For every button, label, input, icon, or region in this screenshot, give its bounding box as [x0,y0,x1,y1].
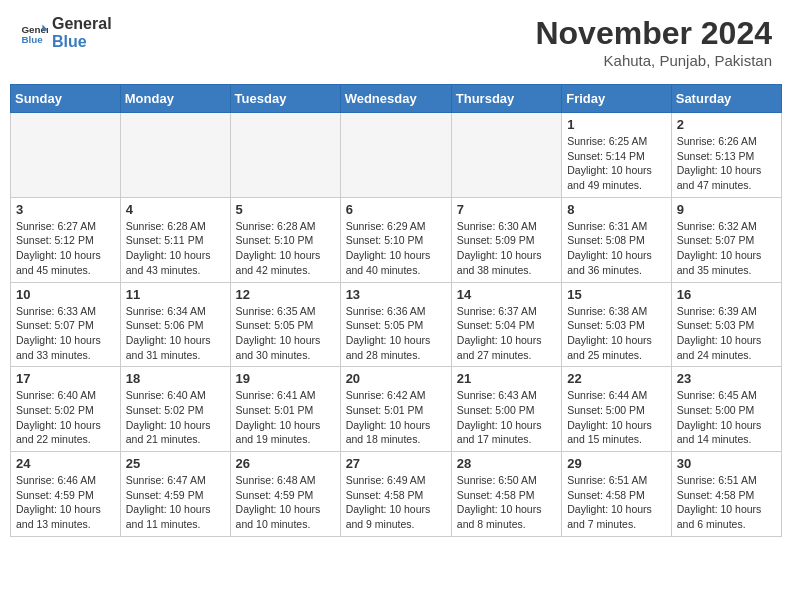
day-number: 12 [236,287,335,302]
calendar-header-monday: Monday [120,85,230,113]
day-info: Sunrise: 6:26 AM Sunset: 5:13 PM Dayligh… [677,134,776,193]
calendar-header-tuesday: Tuesday [230,85,340,113]
calendar-cell: 2Sunrise: 6:26 AM Sunset: 5:13 PM Daylig… [671,113,781,198]
day-number: 22 [567,371,666,386]
day-number: 1 [567,117,666,132]
day-number: 9 [677,202,776,217]
calendar-cell: 6Sunrise: 6:29 AM Sunset: 5:10 PM Daylig… [340,197,451,282]
day-info: Sunrise: 6:44 AM Sunset: 5:00 PM Dayligh… [567,388,666,447]
day-number: 17 [16,371,115,386]
calendar-cell: 22Sunrise: 6:44 AM Sunset: 5:00 PM Dayli… [562,367,672,452]
page-header: General Blue General Blue November 2024 … [10,10,782,74]
calendar-cell: 17Sunrise: 6:40 AM Sunset: 5:02 PM Dayli… [11,367,121,452]
day-number: 29 [567,456,666,471]
day-info: Sunrise: 6:36 AM Sunset: 5:05 PM Dayligh… [346,304,446,363]
day-info: Sunrise: 6:41 AM Sunset: 5:01 PM Dayligh… [236,388,335,447]
day-number: 23 [677,371,776,386]
calendar-cell: 16Sunrise: 6:39 AM Sunset: 5:03 PM Dayli… [671,282,781,367]
calendar-cell: 30Sunrise: 6:51 AM Sunset: 4:58 PM Dayli… [671,452,781,537]
day-info: Sunrise: 6:31 AM Sunset: 5:08 PM Dayligh… [567,219,666,278]
day-info: Sunrise: 6:35 AM Sunset: 5:05 PM Dayligh… [236,304,335,363]
day-info: Sunrise: 6:37 AM Sunset: 5:04 PM Dayligh… [457,304,556,363]
calendar-cell: 1Sunrise: 6:25 AM Sunset: 5:14 PM Daylig… [562,113,672,198]
day-info: Sunrise: 6:39 AM Sunset: 5:03 PM Dayligh… [677,304,776,363]
day-info: Sunrise: 6:33 AM Sunset: 5:07 PM Dayligh… [16,304,115,363]
day-info: Sunrise: 6:51 AM Sunset: 4:58 PM Dayligh… [567,473,666,532]
logo: General Blue General Blue [20,15,112,50]
day-info: Sunrise: 6:46 AM Sunset: 4:59 PM Dayligh… [16,473,115,532]
calendar-cell: 28Sunrise: 6:50 AM Sunset: 4:58 PM Dayli… [451,452,561,537]
calendar-cell: 14Sunrise: 6:37 AM Sunset: 5:04 PM Dayli… [451,282,561,367]
day-number: 5 [236,202,335,217]
calendar-cell: 15Sunrise: 6:38 AM Sunset: 5:03 PM Dayli… [562,282,672,367]
calendar-cell: 12Sunrise: 6:35 AM Sunset: 5:05 PM Dayli… [230,282,340,367]
day-info: Sunrise: 6:45 AM Sunset: 5:00 PM Dayligh… [677,388,776,447]
calendar-week-5: 24Sunrise: 6:46 AM Sunset: 4:59 PM Dayli… [11,452,782,537]
day-number: 13 [346,287,446,302]
calendar-cell [451,113,561,198]
day-info: Sunrise: 6:28 AM Sunset: 5:11 PM Dayligh… [126,219,225,278]
calendar-table: SundayMondayTuesdayWednesdayThursdayFrid… [10,84,782,537]
calendar-cell [230,113,340,198]
logo-line1: General [52,15,112,33]
day-info: Sunrise: 6:40 AM Sunset: 5:02 PM Dayligh… [126,388,225,447]
calendar-header-friday: Friday [562,85,672,113]
day-info: Sunrise: 6:30 AM Sunset: 5:09 PM Dayligh… [457,219,556,278]
calendar-cell: 21Sunrise: 6:43 AM Sunset: 5:00 PM Dayli… [451,367,561,452]
day-info: Sunrise: 6:32 AM Sunset: 5:07 PM Dayligh… [677,219,776,278]
calendar-header-saturday: Saturday [671,85,781,113]
calendar-cell: 23Sunrise: 6:45 AM Sunset: 5:00 PM Dayli… [671,367,781,452]
day-number: 14 [457,287,556,302]
calendar-header-sunday: Sunday [11,85,121,113]
day-number: 3 [16,202,115,217]
calendar-cell: 9Sunrise: 6:32 AM Sunset: 5:07 PM Daylig… [671,197,781,282]
calendar-header-wednesday: Wednesday [340,85,451,113]
day-info: Sunrise: 6:34 AM Sunset: 5:06 PM Dayligh… [126,304,225,363]
calendar-cell: 11Sunrise: 6:34 AM Sunset: 5:06 PM Dayli… [120,282,230,367]
calendar-cell: 26Sunrise: 6:48 AM Sunset: 4:59 PM Dayli… [230,452,340,537]
day-info: Sunrise: 6:42 AM Sunset: 5:01 PM Dayligh… [346,388,446,447]
day-info: Sunrise: 6:40 AM Sunset: 5:02 PM Dayligh… [16,388,115,447]
day-number: 18 [126,371,225,386]
calendar-cell: 8Sunrise: 6:31 AM Sunset: 5:08 PM Daylig… [562,197,672,282]
calendar-cell: 20Sunrise: 6:42 AM Sunset: 5:01 PM Dayli… [340,367,451,452]
day-number: 8 [567,202,666,217]
calendar-week-3: 10Sunrise: 6:33 AM Sunset: 5:07 PM Dayli… [11,282,782,367]
calendar-cell: 10Sunrise: 6:33 AM Sunset: 5:07 PM Dayli… [11,282,121,367]
day-info: Sunrise: 6:27 AM Sunset: 5:12 PM Dayligh… [16,219,115,278]
calendar-cell: 13Sunrise: 6:36 AM Sunset: 5:05 PM Dayli… [340,282,451,367]
calendar-cell: 3Sunrise: 6:27 AM Sunset: 5:12 PM Daylig… [11,197,121,282]
calendar-cell: 24Sunrise: 6:46 AM Sunset: 4:59 PM Dayli… [11,452,121,537]
day-number: 27 [346,456,446,471]
calendar-cell: 18Sunrise: 6:40 AM Sunset: 5:02 PM Dayli… [120,367,230,452]
day-info: Sunrise: 6:38 AM Sunset: 5:03 PM Dayligh… [567,304,666,363]
day-number: 15 [567,287,666,302]
day-info: Sunrise: 6:50 AM Sunset: 4:58 PM Dayligh… [457,473,556,532]
calendar-week-2: 3Sunrise: 6:27 AM Sunset: 5:12 PM Daylig… [11,197,782,282]
month-title: November 2024 [535,15,772,52]
day-info: Sunrise: 6:51 AM Sunset: 4:58 PM Dayligh… [677,473,776,532]
calendar-cell: 25Sunrise: 6:47 AM Sunset: 4:59 PM Dayli… [120,452,230,537]
calendar-week-1: 1Sunrise: 6:25 AM Sunset: 5:14 PM Daylig… [11,113,782,198]
calendar-cell: 27Sunrise: 6:49 AM Sunset: 4:58 PM Dayli… [340,452,451,537]
calendar-header-row: SundayMondayTuesdayWednesdayThursdayFrid… [11,85,782,113]
calendar-cell [340,113,451,198]
day-info: Sunrise: 6:29 AM Sunset: 5:10 PM Dayligh… [346,219,446,278]
day-number: 16 [677,287,776,302]
day-number: 24 [16,456,115,471]
calendar-cell: 29Sunrise: 6:51 AM Sunset: 4:58 PM Dayli… [562,452,672,537]
day-number: 4 [126,202,225,217]
logo-line2: Blue [52,33,112,51]
calendar-header-thursday: Thursday [451,85,561,113]
calendar-cell [11,113,121,198]
calendar-cell: 19Sunrise: 6:41 AM Sunset: 5:01 PM Dayli… [230,367,340,452]
day-info: Sunrise: 6:49 AM Sunset: 4:58 PM Dayligh… [346,473,446,532]
day-number: 20 [346,371,446,386]
svg-text:Blue: Blue [21,33,43,44]
day-number: 28 [457,456,556,471]
day-number: 11 [126,287,225,302]
day-info: Sunrise: 6:43 AM Sunset: 5:00 PM Dayligh… [457,388,556,447]
calendar-cell: 7Sunrise: 6:30 AM Sunset: 5:09 PM Daylig… [451,197,561,282]
day-number: 25 [126,456,225,471]
day-number: 7 [457,202,556,217]
